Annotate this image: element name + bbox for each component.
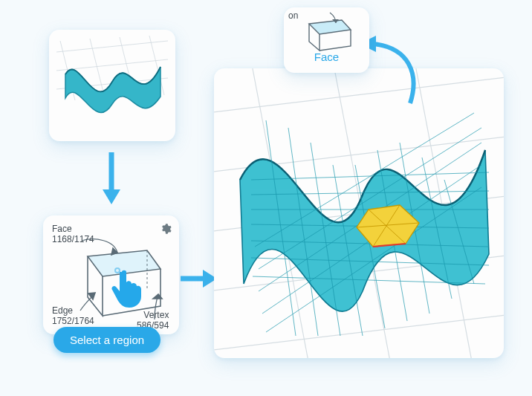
svg-line-1 bbox=[56, 59, 168, 71]
select-region-tooltip: Select a region bbox=[53, 327, 160, 353]
svg-point-12 bbox=[115, 268, 120, 273]
edge-label: Edge bbox=[52, 306, 94, 317]
down-arrow-icon bbox=[100, 149, 123, 211]
vertex-label: Vertex bbox=[137, 311, 169, 321]
right-arrow-icon bbox=[178, 267, 219, 293]
face-count: 1168/1174 bbox=[52, 235, 94, 245]
face-popup-panel[interactable]: on Face bbox=[284, 7, 369, 73]
mesh-selector-panel[interactable]: Face 1168/1174 Edge 1752/1764 Vertex 586… bbox=[43, 215, 179, 334]
face-popup-label: Face bbox=[314, 51, 339, 63]
svg-line-19 bbox=[214, 314, 504, 351]
svg-marker-8 bbox=[103, 189, 120, 204]
svg-marker-10 bbox=[88, 293, 95, 299]
tooltip-text: Select a region bbox=[70, 334, 144, 346]
surface-preview-graphic bbox=[49, 30, 175, 141]
main-viewport-panel[interactable] bbox=[214, 68, 504, 358]
edge-count: 1752/1764 bbox=[52, 317, 94, 327]
tap-hand-icon bbox=[108, 266, 143, 311]
face-label: Face bbox=[52, 224, 94, 235]
face-popup-cube-icon bbox=[296, 10, 358, 52]
wireframe-surface-graphic bbox=[214, 68, 504, 358]
face-popup-partial-text: on bbox=[288, 10, 298, 21]
surface-preview-panel bbox=[49, 30, 175, 141]
